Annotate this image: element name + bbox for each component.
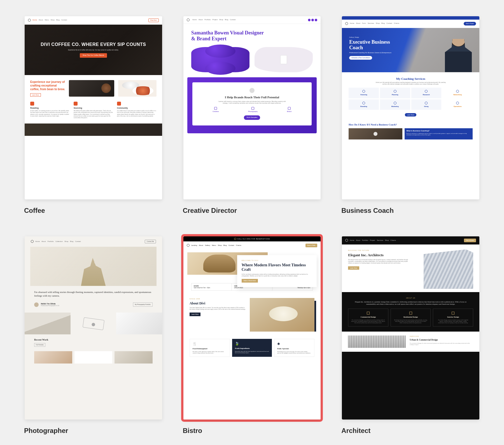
commercial-icon (367, 312, 370, 314)
preview-image-band (25, 313, 162, 334)
preview-topbar: CALL 012 3456 FOR RESERVATIONS (183, 236, 321, 241)
preview-shape (255, 47, 313, 72)
preview-nav: HomeAboutFormServicesShopBlogContact0 it… (342, 20, 479, 28)
interior-icon (452, 312, 454, 314)
template-card-business-coach[interactable]: HomeAboutFormServicesShopBlogContact0 it… (340, 14, 482, 215)
template-title: Bistro (181, 427, 323, 435)
preview-hero-title: DIVI COFFEE CO. WHERE EVERY SIP COUNTS (41, 42, 146, 48)
preview-cta: Learn More (405, 113, 417, 117)
brand-icon: Brand (287, 107, 291, 113)
preview-image (69, 80, 114, 97)
preview-nav: LandingAboutGalleryMenuShopBlogContact0 … (183, 241, 321, 250)
preview-nav: HomeAboutMenuShopBlogContact Shop Now (25, 16, 162, 25)
photography-icon: Photography (248, 107, 258, 113)
preview-hero-title: Executive Business Coach (349, 39, 397, 51)
template-thumbnail: HomeAboutFormServicesShopBlogContact0 it… (342, 16, 479, 199)
preview-hero-cta: Schedule a Free Consultation (349, 56, 372, 60)
preview-hero-cta: Shop The Our Coffee Blends (80, 53, 107, 58)
preview-tiles (25, 351, 162, 364)
template-card-creative-director[interactable]: HomeAboutPortfolioProjectShopBlogContact… (181, 14, 323, 215)
logo-icon (187, 18, 190, 21)
food-icon: 🍴 (193, 342, 227, 346)
preview-hero-title: Samantha Bowen Visual Designer & Brand E… (191, 30, 264, 41)
template-thumbnail: HomeAboutMenuShopBlogContact Shop Now DI… (25, 16, 162, 199)
preview-image (118, 80, 157, 97)
template-card-bistro[interactable]: CALL 012 3456 FOR RESERVATIONS LandingAb… (181, 234, 323, 435)
preview-image (348, 336, 406, 348)
template-title: Architect (340, 427, 482, 435)
residential-icon (409, 312, 412, 314)
template-thumbnail: HomeAboutPortfolioProjectServicesShop0 i… (342, 236, 479, 420)
preview-hero-image (437, 31, 479, 72)
template-card-photographer[interactable]: HomeAboutPortfolioCollectionShopBlogCont… (22, 234, 164, 435)
community-icon (117, 102, 121, 106)
preview-nav-cta: Get In Touch (464, 22, 476, 25)
template-card-architect[interactable]: HomeAboutPortfolioProjectServicesShop0 i… (340, 234, 482, 435)
logo-icon (187, 244, 190, 247)
preview-intro: I'm obsessed with telling stories throug… (25, 286, 162, 302)
avatar-icon (249, 88, 255, 93)
logo-icon (345, 22, 348, 25)
template-title: Business Coach (340, 207, 482, 215)
sourcing-icon (74, 102, 78, 106)
logo-icon (345, 239, 348, 242)
template-title: Photographer (22, 427, 164, 435)
preview-nav-cta: Get a Quote (464, 239, 476, 242)
template-thumbnail: HomeAboutPortfolioProjectShopBlogContact… (183, 16, 321, 199)
preview-cta: Learn More (190, 313, 201, 316)
template-thumbnail: CALL 012 3456 FOR RESERVATIONS LandingAb… (183, 236, 321, 420)
template-title: Coffee (22, 207, 164, 215)
logo-icon (28, 19, 31, 22)
preview-nav-cta: Shop Now (148, 18, 159, 22)
preview-shape (191, 47, 249, 72)
preview-nav: HomeAboutPortfolioProjectShopBlogContact (183, 16, 321, 24)
preview-nav: HomeAboutPortfolioCollectionShopBlogCont… (25, 236, 162, 247)
preview-cta: Work Samples (244, 115, 260, 120)
social-icons (308, 19, 317, 21)
preview-nav-cta: Contact Me (145, 240, 156, 243)
preview-nav: HomeAboutPortfolioProjectServicesShop0 i… (342, 236, 479, 244)
logo-icon (31, 240, 34, 243)
preview-video-thumb (349, 128, 402, 139)
template-thumbnail: HomeAboutPortfolioCollectionShopBlogCont… (25, 236, 162, 420)
preview-hero-title: Where Modern Flavors Meet Timeless Craft (242, 263, 312, 272)
preview-hero-image (30, 247, 157, 286)
creative-icon: Creative (213, 107, 219, 113)
preview-hero-image (413, 250, 473, 289)
preview-hero-cta: Learn More (348, 266, 359, 270)
preview-hero-cta: Make a Reservation (242, 279, 258, 283)
template-title: Creative Director (181, 207, 323, 215)
preview-nav-cta: Book a Table (305, 244, 318, 247)
roasting-icon (30, 102, 34, 106)
preview-image (250, 298, 314, 332)
preview-topbar (342, 16, 479, 20)
avatar-icon (34, 302, 39, 307)
preview-hero-title: Elegant Inc. Architects (348, 253, 408, 258)
template-card-coffee[interactable]: HomeAboutMenuShopBlogContact Shop Now DI… (22, 14, 164, 215)
star-icon: ✱ (277, 342, 311, 346)
leaf-icon: 🍃 (235, 342, 269, 346)
preview-cta: My Photography Portfolio (133, 302, 153, 307)
template-grid: HomeAboutMenuShopBlogContact Shop Now DI… (22, 14, 482, 435)
